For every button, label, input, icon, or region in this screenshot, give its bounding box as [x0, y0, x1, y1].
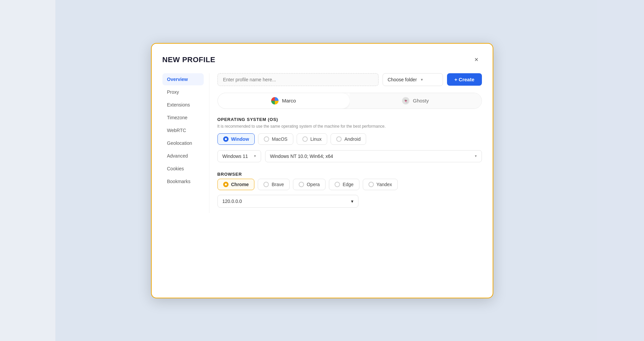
os-android-label: Android	[344, 136, 360, 142]
nav-item-proxy[interactable]: Proxy	[162, 86, 204, 98]
browser-option-yandex[interactable]: Yandex	[363, 179, 398, 190]
close-button[interactable]: ×	[471, 54, 482, 65]
browser-chrome-radio	[223, 182, 229, 187]
browser-options-group: Chrome Brave Opera	[217, 179, 482, 190]
nav-item-bookmarks[interactable]: Bookmarks	[162, 175, 204, 187]
os-section: OPERATING SYSTEM (OS) It is recommended …	[217, 117, 482, 162]
browser-edge-label: Edge	[343, 182, 354, 187]
browser-brave-radio	[263, 182, 269, 187]
create-button[interactable]: + Create	[447, 73, 482, 86]
browser-version-dropdown[interactable]: 120.0.0.0 ▾	[217, 195, 358, 208]
nav-item-geolocation[interactable]: Geolocation	[162, 137, 204, 149]
os-option-linux[interactable]: Linux	[297, 133, 327, 145]
os-section-title: OPERATING SYSTEM (OS)	[217, 117, 482, 122]
os-version-dropdown[interactable]: Windows 11 ▾	[217, 150, 261, 162]
modal-header: NEW PROFILE ×	[162, 54, 482, 65]
os-options-group: Window MacOS Linux	[217, 133, 482, 145]
browser-option-opera[interactable]: Opera	[293, 179, 326, 190]
os-macos-radio	[264, 136, 269, 142]
profile-name-input[interactable]	[217, 73, 379, 86]
main-content: Choose folder ▾ + Create Marco 👻	[209, 73, 482, 213]
os-option-macos[interactable]: MacOS	[258, 133, 293, 145]
left-nav: Overview Proxy Extensions Timezone WebRT…	[162, 73, 209, 213]
nav-item-webrtc[interactable]: WebRTC	[162, 124, 204, 136]
os-linux-radio	[302, 136, 308, 142]
folder-chevron-icon: ▾	[421, 77, 423, 82]
os-option-android[interactable]: Android	[331, 133, 366, 145]
os-ua-dropdown[interactable]: Windows NT 10.0; Win64; x64 ▾	[265, 150, 482, 162]
tab-ghosty-label: Ghosty	[413, 98, 429, 103]
browser-option-edge[interactable]: Edge	[329, 179, 359, 190]
os-dropdowns-row: Windows 11 ▾ Windows NT 10.0; Win64; x64…	[217, 150, 482, 162]
folder-label: Choose folder	[388, 77, 417, 82]
nav-item-advanced[interactable]: Advanced	[162, 150, 204, 162]
browser-opera-radio	[299, 182, 304, 187]
tab-ghosty[interactable]: 👻 Ghosty	[350, 93, 482, 109]
modal-body: Overview Proxy Extensions Timezone WebRT…	[162, 73, 482, 213]
os-android-radio	[336, 136, 342, 142]
os-option-window[interactable]: Window	[217, 133, 255, 145]
os-window-label: Window	[231, 136, 249, 142]
os-section-desc: It is recommended to use the same operat…	[217, 124, 482, 129]
profile-type-tabs: Marco 👻 Ghosty	[217, 93, 482, 109]
os-ua-value: Windows NT 10.0; Win64; x64	[270, 154, 333, 159]
ghosty-icon: 👻	[402, 97, 409, 104]
os-macos-label: MacOS	[272, 136, 288, 142]
nav-item-cookies[interactable]: Cookies	[162, 163, 204, 175]
browser-option-brave[interactable]: Brave	[258, 179, 290, 190]
browser-edge-radio	[335, 182, 340, 187]
browser-chrome-label: Chrome	[231, 182, 249, 187]
browser-yandex-label: Yandex	[377, 182, 392, 187]
nav-item-overview[interactable]: Overview	[162, 73, 204, 85]
marco-icon	[271, 97, 279, 104]
new-profile-modal: NEW PROFILE × Overview Proxy Extensions …	[151, 43, 493, 298]
browser-opera-label: Opera	[307, 182, 320, 187]
os-ua-chevron-icon: ▾	[475, 154, 477, 158]
os-version-chevron-icon: ▾	[254, 154, 256, 158]
browser-version-chevron-icon: ▾	[351, 199, 353, 204]
os-linux-label: Linux	[310, 136, 321, 142]
nav-item-timezone[interactable]: Timezone	[162, 112, 204, 124]
browser-version-value: 120.0.0.0	[222, 199, 242, 204]
top-bar: Choose folder ▾ + Create	[217, 73, 482, 86]
browser-option-chrome[interactable]: Chrome	[217, 179, 255, 190]
nav-item-extensions[interactable]: Extensions	[162, 99, 204, 111]
os-version-value: Windows 11	[222, 154, 248, 159]
browser-yandex-radio	[368, 182, 374, 187]
browser-section: BROWSER Chrome Brave	[217, 172, 482, 208]
tab-marco[interactable]: Marco	[218, 93, 350, 109]
modal-title: NEW PROFILE	[162, 55, 215, 64]
os-window-radio	[223, 136, 229, 142]
folder-select[interactable]: Choose folder ▾	[383, 73, 443, 86]
browser-brave-label: Brave	[271, 182, 284, 187]
browser-section-title: BROWSER	[217, 172, 482, 177]
tab-marco-label: Marco	[282, 98, 296, 103]
